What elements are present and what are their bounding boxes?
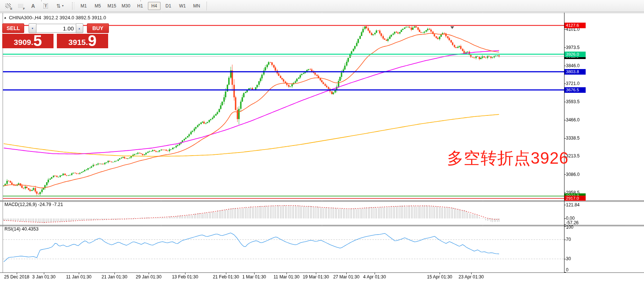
ohlc-values: 3912.2 3924.0 3892.5 3911.0: [43, 15, 106, 20]
symbol-period-label: CHINA300-,H4: [9, 15, 41, 20]
date-axis-label: 27 Mar 01:30: [333, 274, 360, 280]
price-tick-label: 3466.0: [566, 117, 580, 122]
arrows-glyph: ⇅: [56, 3, 61, 9]
rsi-axis-70: 70: [566, 237, 571, 242]
chart-window: ▲ CHINA300-,H4 3912.2 3924.0 3892.5 3911…: [0, 12, 644, 281]
date-axis-label: 25 Dec 2018: [4, 274, 29, 280]
volume-input[interactable]: [36, 24, 76, 33]
timeframe-button-m1[interactable]: M1: [77, 2, 90, 10]
volume-increase-button[interactable]: ▲: [76, 23, 83, 33]
font-glyph: A: [31, 3, 35, 9]
toolbar-separator: [207, 1, 207, 10]
icon-subscript: F: [23, 7, 25, 10]
price-tick-label: 3593.5: [566, 99, 580, 104]
macd-label: MACD(12,26,9) -24.79 -7.21: [4, 202, 63, 207]
date-axis-label: 4 Apr 01:30: [363, 274, 386, 280]
price-tick-label: 2958.5: [566, 190, 580, 195]
textbox-glyph: T: [43, 3, 48, 9]
price-tick-label: 3846.0: [566, 63, 580, 68]
date-axis-label: 15 Apr 01:30: [427, 274, 452, 280]
grid-properties-icon[interactable]: F: [16, 1, 25, 10]
chart-annotation-text: 多空转折点3926: [447, 147, 569, 169]
macd-axis-max: 121.84: [566, 202, 580, 208]
symbol-marker-icon: ▲: [4, 16, 7, 19]
sell-button[interactable]: SELL: [2, 23, 24, 33]
date-axis-label: 11 Mar 01:30: [274, 274, 300, 280]
price-tick-label: 3338.5: [566, 135, 580, 141]
date-axis-label: 13 Feb 01:30: [172, 274, 198, 280]
timeframe-button-m5[interactable]: M5: [91, 2, 104, 10]
rsi-pane[interactable]: [3, 226, 564, 272]
price-tick-label: 4101.0: [566, 27, 580, 32]
buy-price-pips: 9: [88, 34, 97, 48]
price-tick-label: 3086.0: [566, 172, 580, 177]
trading-terminal-window: E F A T ⇅▼ M1M5M15M30H1H4D1W1MN ▲ CHINA3…: [0, 0, 644, 281]
buy-price-box[interactable]: 3915.9: [57, 34, 108, 48]
date-axis-label: 21 Feb 01:30: [213, 274, 239, 280]
rsi-label: RSI(14) 40.4353: [4, 226, 39, 232]
text-box-icon[interactable]: T: [41, 1, 51, 10]
hatch-glyph: [5, 3, 11, 8]
grid-glyph: [18, 4, 23, 8]
date-axis-label: 23 Apr 01:30: [459, 274, 484, 280]
icon-subscript: E: [10, 7, 12, 10]
timeframe-button-mn[interactable]: MN: [190, 2, 203, 10]
sell-price-pips: 5: [33, 34, 42, 48]
chart-shift-marker-icon[interactable]: [450, 26, 454, 29]
date-axis-label: 1 Mar 01:30: [242, 274, 266, 280]
sell-price-main: 3909: [14, 37, 31, 48]
price-tick-label: 3721.0: [566, 81, 580, 86]
toolbar-remnant: [140, 0, 141, 1]
one-click-trade-panel: SELL ▼ ▲ BUY 3909.5 3915.9: [2, 23, 109, 48]
timeframe-button-group: M1M5M15M30H1H4D1W1MN: [77, 2, 204, 10]
chart-ohlc-header: ▲ CHINA300-,H4 3912.2 3924.0 3892.5 3911…: [4, 15, 106, 20]
timeframe-button-h4[interactable]: H4: [148, 2, 161, 10]
buy-price-main: 3915: [68, 37, 86, 48]
rsi-axis-30: 30: [566, 256, 571, 261]
timeframe-button-m15[interactable]: M15: [106, 2, 118, 10]
date-axis-label: 3 Jan 01:30: [32, 274, 56, 280]
arrange-sort-icon[interactable]: ⇅▼: [54, 1, 67, 10]
timeframe-button-d1[interactable]: D1: [162, 2, 175, 10]
date-axis-label: 11 Jan 01:30: [66, 274, 92, 280]
date-axis-label: 21 Jan 01:30: [101, 274, 127, 280]
timeframe-button-w1[interactable]: W1: [176, 2, 189, 10]
rsi-axis-0: 0: [566, 267, 569, 272]
timeframe-button-h1[interactable]: H1: [134, 2, 146, 10]
price-tick-label: 3973.5: [566, 45, 580, 50]
date-axis-label: 29 Jan 01:30: [136, 274, 161, 280]
timeframe-button-m30[interactable]: M30: [120, 2, 132, 10]
macd-pane[interactable]: [3, 202, 564, 225]
rsi-axis-100: 100: [566, 225, 573, 230]
sell-price-box[interactable]: 3909.5: [2, 34, 54, 48]
trade-panel-prices: 3909.5 3915.9: [2, 34, 109, 48]
chevron-down-icon: ▼: [61, 4, 64, 7]
toolbar: E F A T ⇅▼ M1M5M15M30H1H4D1W1MN: [0, 0, 644, 12]
font-label-icon[interactable]: A: [28, 1, 38, 10]
toolbar-drag-handle[interactable]: [72, 2, 74, 10]
indicators-hatch-icon[interactable]: E: [3, 1, 13, 10]
date-axis-label: 19 Mar 01:30: [303, 274, 329, 280]
